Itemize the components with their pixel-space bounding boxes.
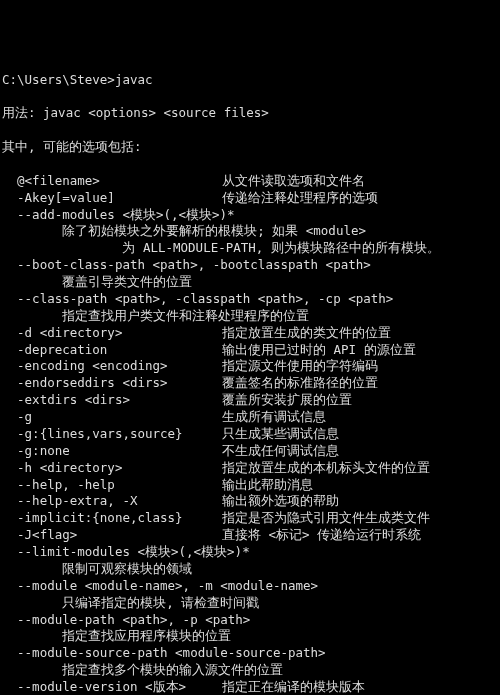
option-desc: 指定源文件使用的字符编码 — [222, 358, 378, 375]
option-desc: 指定放置生成的类文件的位置 — [222, 325, 391, 342]
option-flag: -encoding <encoding> — [2, 358, 222, 375]
option-desc: 生成所有调试信息 — [222, 409, 326, 426]
option-line: -deprecation输出使用已过时的 API 的源位置 — [2, 342, 498, 359]
option-line: --boot-class-path <path>, -bootclasspath… — [2, 257, 498, 274]
option-line: 只编译指定的模块, 请检查时间戳 — [2, 595, 498, 612]
option-flag: --help, -help — [2, 477, 222, 494]
option-line: 为 ALL-MODULE-PATH, 则为模块路径中的所有模块。 — [2, 240, 498, 257]
option-desc: 不生成任何调试信息 — [222, 443, 339, 460]
option-desc: 只生成某些调试信息 — [222, 426, 339, 443]
option-line: --module-version <版本>指定正在编译的模块版本 — [2, 679, 498, 695]
option-line: -Akey[=value]传递给注释处理程序的选项 — [2, 190, 498, 207]
option-flag: -endorseddirs <dirs> — [2, 375, 222, 392]
option-desc: 覆盖签名的标准路径的位置 — [222, 375, 378, 392]
option-line: -d <directory>指定放置生成的类文件的位置 — [2, 325, 498, 342]
usage-line: 用法: javac <options> <source files> — [2, 105, 498, 122]
option-desc: 直接将 <标记> 传递给运行时系统 — [222, 527, 421, 544]
option-line: --add-modules <模块>(,<模块>)* — [2, 207, 498, 224]
option-desc: 输出使用已过时的 API 的源位置 — [222, 342, 416, 359]
option-flag: -g — [2, 409, 222, 426]
option-line: --help, -help输出此帮助消息 — [2, 477, 498, 494]
option-line: --module-source-path <module-source-path… — [2, 645, 498, 662]
option-line: 覆盖引导类文件的位置 — [2, 274, 498, 291]
option-flag: -h <directory> — [2, 460, 222, 477]
option-flag: -deprecation — [2, 342, 222, 359]
option-flag: --help-extra, -X — [2, 493, 222, 510]
option-line: 指定查找应用程序模块的位置 — [2, 628, 498, 645]
option-line: -h <directory>指定放置生成的本机标头文件的位置 — [2, 460, 498, 477]
option-desc: 输出此帮助消息 — [222, 477, 313, 494]
option-flag: --module-version <版本> — [2, 679, 222, 695]
option-flag: -J<flag> — [2, 527, 222, 544]
option-line: @<filename>从文件读取选项和文件名 — [2, 173, 498, 190]
option-line: -g:none不生成任何调试信息 — [2, 443, 498, 460]
option-flag: -g:{lines,vars,source} — [2, 426, 222, 443]
option-desc: 指定是否为隐式引用文件生成类文件 — [222, 510, 430, 527]
option-flag: -g:none — [2, 443, 222, 460]
options-intro: 其中, 可能的选项包括: — [2, 139, 498, 156]
option-desc: 传递给注释处理程序的选项 — [222, 190, 378, 207]
option-desc: 从文件读取选项和文件名 — [222, 173, 365, 190]
option-flag: -Akey[=value] — [2, 190, 222, 207]
option-line: --module-path <path>, -p <path> — [2, 612, 498, 629]
option-line: -encoding <encoding>指定源文件使用的字符编码 — [2, 358, 498, 375]
option-line: --class-path <path>, -classpath <path>, … — [2, 291, 498, 308]
option-line: --limit-modules <模块>(,<模块>)* — [2, 544, 498, 561]
option-line: -g生成所有调试信息 — [2, 409, 498, 426]
option-line: 除了初始模块之外要解析的根模块; 如果 <module> — [2, 223, 498, 240]
option-flag: @<filename> — [2, 173, 222, 190]
option-line: --module <module-name>, -m <module-name> — [2, 578, 498, 595]
option-line: -g:{lines,vars,source}只生成某些调试信息 — [2, 426, 498, 443]
option-desc: 覆盖所安装扩展的位置 — [222, 392, 352, 409]
options-block: @<filename>从文件读取选项和文件名 -Akey[=value]传递给注… — [2, 173, 498, 695]
command-prompt-line: C:\Users\Steve>javac — [2, 72, 498, 89]
option-desc: 输出额外选项的帮助 — [222, 493, 339, 510]
option-flag: -extdirs <dirs> — [2, 392, 222, 409]
option-line: -extdirs <dirs>覆盖所安装扩展的位置 — [2, 392, 498, 409]
option-flag: -d <directory> — [2, 325, 222, 342]
option-line: -implicit:{none,class}指定是否为隐式引用文件生成类文件 — [2, 510, 498, 527]
option-line: 限制可观察模块的领域 — [2, 561, 498, 578]
option-desc: 指定正在编译的模块版本 — [222, 679, 365, 695]
option-line: 指定查找多个模块的输入源文件的位置 — [2, 662, 498, 679]
option-line: -J<flag>直接将 <标记> 传递给运行时系统 — [2, 527, 498, 544]
option-line: -endorseddirs <dirs>覆盖签名的标准路径的位置 — [2, 375, 498, 392]
option-flag: -implicit:{none,class} — [2, 510, 222, 527]
option-desc: 指定放置生成的本机标头文件的位置 — [222, 460, 430, 477]
option-line: 指定查找用户类文件和注释处理程序的位置 — [2, 308, 498, 325]
option-line: --help-extra, -X输出额外选项的帮助 — [2, 493, 498, 510]
